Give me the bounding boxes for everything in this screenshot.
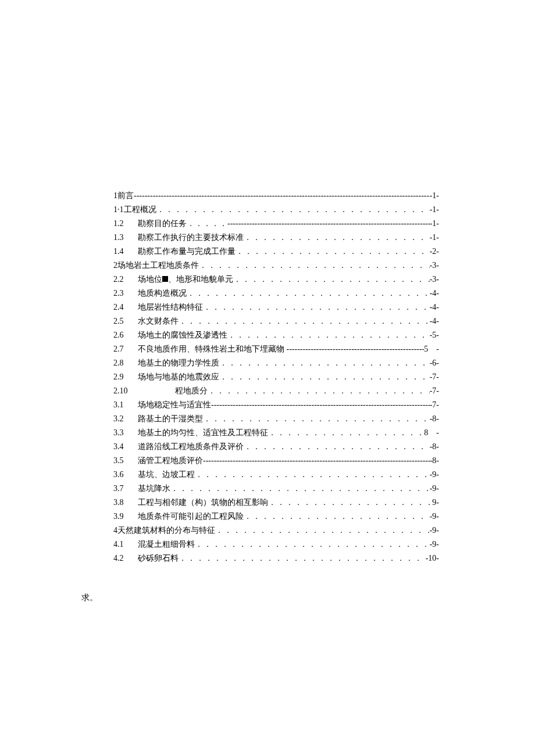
toc-leader: ----------------------------------------… [227,217,430,231]
toc-number: 3.1 [113,398,138,412]
toc-heading-text: 工程概况 [124,203,156,217]
toc-leader: ．．．．．．．．．．．．．．．．．．．．．．．．．．．．．．．．．．．．．．．．… [195,538,430,551]
toc-title: 场地土的腐蚀性及渗透性 [138,328,227,342]
toc-leader: ．．．．．．．．．．．．．．．．．．．．．．．．．．．．．．．．．．．．．．．．… [244,231,430,245]
toc-leader: ．．．．．．．．．．．．．．．．．．．．．．．．．．．．．．．．．．．．．．．．… [236,245,430,259]
toc-heading-title: 1·1 [113,203,124,217]
toc-title: 场地稳定性与适宜性 [138,398,211,412]
toc-heading-text: 场地岩土工程地质条件 [117,259,199,273]
toc-title: 基坑降水 [138,482,170,496]
toc-page: -3- [430,273,439,286]
toc-title: 勘察工作布量与完成工作量 [138,245,236,259]
toc-number: 2.5 [113,314,138,328]
toc-entry: 2.10 程地质分．．．．．．．．．．．．．．．．．．．．．．．．．．．．．．．… [113,384,439,398]
toc-title: 砂砾卵石料 [138,551,179,565]
toc-heading-title: 2 [113,259,117,273]
toc-number: 3.8 [113,496,138,510]
toc-number: 4.2 [113,551,138,565]
toc-number: 3.2 [113,412,138,426]
toc-title: 地质构造概况 [138,286,187,300]
toc-leader: ．．．．．．．．．．．．．．．．．．．．．．．．．．．．．．．．．．．．．．．．… [233,273,430,286]
toc-page: -10- [426,551,439,565]
toc-page: -4- [430,314,439,328]
toc-number: 2.6 [113,328,138,342]
toc-title: 程地质分 [142,384,208,398]
toc-heading: 4天然建筑材料的分布与特征．．．．．．．．．．．．．．．．．．．．．．．．．．．… [113,524,439,538]
toc-heading-text: 前言 [117,189,134,203]
toc-entry: 3.9地质条件可能引起的工程风险．．．．．．．．．．．．．．．．．．．．．．．．… [113,510,439,524]
toc-page: -2- [430,245,439,259]
toc-page: -6- [430,356,439,370]
toc-number: 3.7 [113,482,138,496]
toc-heading: 2场地岩土工程地质条件．．．．．．．．．．．．．．．．．．．．．．．．．．．．．… [113,259,439,273]
toc-entry: 2.3地质构造概况．．．．．．．．．．．．．．．．．．．．．．．．．．．．．．．… [113,286,439,300]
toc-title: 工程与相邻建（构）筑物的相互影响 [138,496,268,510]
toc-title: 基坑、边坡工程 [138,468,195,482]
toc-title: 场地位、地形和地貌单元 [138,273,233,286]
toc-page: -9- [430,468,439,482]
toc-title: 勘察工作执行的主要技术标准 [138,231,244,245]
footer-fragment: 求。 [81,593,98,603]
toc-entry: 3.3地基土的均匀性、适宜性及工程特征．．．．．．．．．．．．．．．．．．．．．… [113,426,439,440]
toc-leader: ----------------------------------------… [203,454,430,468]
toc-title: 场地与地基的地震效应 [138,370,219,384]
toc-entry: 1.4勘察工作布量与完成工作量．．．．．．．．．．．．．．．．．．．．．．．．．… [113,245,439,259]
toc-page: 9- [432,496,439,510]
toc-number: 2.3 [113,286,138,300]
toc-leader: ．．．．．．．．．．．．．．．．．．．．．．．．．．．．．．．．．．．．．．．．… [219,370,430,384]
toc-leader: ．．．．．．．．．．．．．．．．．．．．．．．．．．．．．．．．．．．．．．．．… [203,300,430,314]
toc-leader: ．．．．．．．．．．．．．．．．．．．．．．．．．．．．．．．．．．．．．．．．… [268,426,424,440]
toc-title: 勘察目的任务．．．．． [138,217,227,231]
toc-entry: 2.6场地土的腐蚀性及渗透性．．．．．．．．．．．．．．．．．．．．．．．．．．… [113,328,439,342]
toc-page: -3- [430,259,439,273]
table-of-contents: 1前言-------------------------------------… [113,189,439,565]
toc-number: 2.9 [113,370,138,384]
toc-page: -9- [430,510,439,524]
toc-leader: ．．．．．．．．．．．．．．．．．．．．．．．．．．．．．．．．．．．．．．．．… [244,510,430,524]
toc-entry: 1.2勘察目的任务．．．．．--------------------------… [113,217,439,231]
toc-number: 2.7 [113,342,138,356]
toc-page: 5 - [424,342,439,356]
toc-number: 3.6 [113,468,138,482]
toc-title: 地基土的均匀性、适宜性及工程特征 [138,426,268,440]
toc-number: 3.3 [113,426,138,440]
toc-page: -1- [430,203,439,217]
toc-page: -4- [430,300,439,314]
toc-title: 路基土的干湿类型 [138,412,203,426]
toc-title: 涵管工程地质评价 [138,454,203,468]
toc-leader: ．．．．．．．．．．．．．．．．．．．．．．．．．．．．．．．．．．．．．．．．… [268,496,432,510]
toc-title: 水文财条件 [138,314,179,328]
toc-entry: 2.5水文财条件．．．．．．．．．．．．．．．．．．．．．．．．．．．．．．．．… [113,314,439,328]
toc-leader: ----------------------------------------… [134,189,430,203]
toc-entry: 3.1场地稳定性与适宜性 ---------------------------… [113,398,439,412]
toc-page: -4- [430,286,439,300]
toc-title: 混凝土粗细骨料 [138,538,195,551]
toc-number: 4.1 [113,538,138,551]
toc-entry: 2.7不良地质作用、特殊性岩土和地下埋藏物 ------- ----------… [113,342,439,356]
toc-leader: ----------------------------------------… [305,342,424,356]
toc-entry: 3.5涵管工程地质评价 ----------------------------… [113,454,439,468]
toc-heading-text: 天然建筑材料的分布与特征 [117,524,215,538]
toc-page: -1- [430,231,439,245]
toc-entry: 4.2砂砾卵石料．．．．．．．．．．．．．．．．．．．．．．．．．．．．．．．．… [113,551,439,565]
toc-leader: ．．．．．．．．．．．．．．．．．．．．．．．．．．．．．．．．．．．．．．．．… [199,259,430,273]
toc-entry: 2.4地层岩性结构特征．．．．．．．．．．．．．．．．．．．．．．．．．．．．．… [113,300,439,314]
toc-leader: ．．．．．．．．．．．．．．．．．．．．．．．．．．．．．．．．．．．．．．．．… [179,314,430,328]
toc-leader: ----------------------------------------… [211,398,430,412]
toc-leader: ．．．．．．．．．．．．．．．．．．．．．．．．．．．．．．．．．．．．．．．．… [170,482,430,496]
toc-entry: 3.2路基土的干湿类型．．．．．．．．．．．．．．．．．．．．．．．．．．．．．… [113,412,439,426]
toc-entry: 2.8地基土的物理力学性质．．．．．．．．．．．．．．．．．．．．．．．．．．．… [113,356,439,370]
toc-heading: 1·1工程概况．．．．．．．．．．．．．．．．．．．．．．．．．．．．．．．．．… [113,203,439,217]
toc-title: 地基土的物理力学性质 [138,356,219,370]
toc-leader: ．．．．．．．．．．．．．．．．．．．．．．．．．．．．．．．．．．．．．．．．… [203,412,430,426]
toc-title: 道路沿线工程地质条件及评价 [138,440,244,454]
toc-page: -9- [430,524,439,538]
toc-entry: 3.4道路沿线工程地质条件及评价．．．．．．．．．．．．．．．．．．．．．．．．… [113,440,439,454]
toc-number: 1.2 [113,217,138,231]
toc-page: 8 - [424,426,439,440]
toc-entry: 3.6基坑、边坡工程．．．．．．．．．．．．．．．．．．．．．．．．．．．．．．… [113,468,439,482]
toc-number: 3.4 [113,440,138,454]
toc-leader: ．．．．．．．．．．．．．．．．．．．．．．．．．．．．．．．．．．．．．．．．… [219,356,430,370]
toc-page: -5- [430,328,439,342]
toc-page: -7- [430,398,439,412]
